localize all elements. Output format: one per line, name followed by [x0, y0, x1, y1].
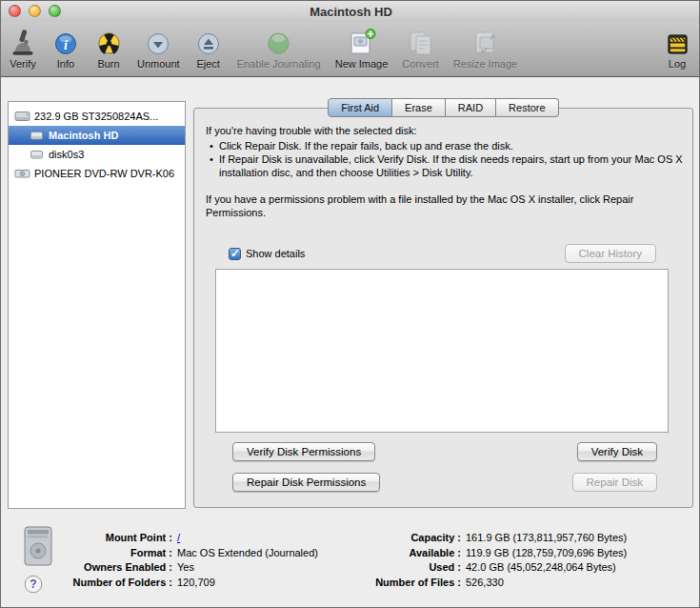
convert-icon: [407, 25, 435, 56]
show-details-label: Show details: [246, 247, 305, 260]
tab-erase[interactable]: Erase: [392, 98, 446, 117]
toolbar: VerifyiInfoBurnUnmountEjectEnable Journa…: [1, 22, 700, 77]
permissions-note: If you have a permissions problem with a…: [206, 193, 687, 219]
toolbar-unmount[interactable]: Unmount: [137, 25, 180, 70]
instruction-list: Click Repair Disk. If the repair fails, …: [206, 139, 687, 179]
info-value: 161.9 GB (173,811,957,760 Bytes): [466, 531, 627, 546]
tab-first-aid[interactable]: First Aid: [328, 98, 392, 117]
intro-text: If you're having trouble with the select…: [206, 124, 677, 137]
toolbar-item-label: Info: [57, 58, 74, 70]
help-button[interactable]: ?: [24, 575, 43, 594]
toolbar-item-label: Enable Journaling: [237, 58, 321, 70]
info-value: 526,330: [466, 576, 504, 591]
toolbar-eject[interactable]: Eject: [194, 25, 223, 70]
verify-disk-button[interactable]: Verify Disk: [577, 442, 657, 461]
toolbar-item-label: Unmount: [137, 58, 180, 70]
log-icon: [666, 25, 690, 56]
toolbar-new-image[interactable]: New Image: [335, 25, 389, 70]
tab-bar: First AidEraseRAIDRestore: [193, 98, 693, 117]
info-row-number-of-files: Number of Files :526,330: [304, 576, 627, 591]
info-label: Used :: [304, 560, 461, 576]
toolbar-burn[interactable]: Burn: [94, 25, 123, 70]
journaling-icon: [266, 25, 291, 56]
toolbar-item-label: Burn: [97, 58, 119, 70]
verify-button-row: Verify Disk Permissions Verify Disk: [232, 442, 657, 461]
verify-disk-permissions-button[interactable]: Verify Disk Permissions: [232, 442, 375, 461]
info-column-right: Capacity :161.9 GB (173,811,957,760 Byte…: [304, 531, 627, 590]
burn-icon: [96, 25, 122, 56]
toolbar-log[interactable]: Log: [663, 25, 691, 70]
info-value: Mac OS Extended (Journaled): [177, 546, 318, 561]
toolbar-info[interactable]: iInfo: [51, 25, 80, 70]
repair-disk-permissions-button[interactable]: Repair Disk Permissions: [232, 473, 380, 492]
info-column-left: Mount Point :/Format :Mac OS Extended (J…: [50, 531, 318, 590]
first-aid-pane: If you're having trouble with the select…: [193, 108, 693, 508]
sidebar-item-label: disk0s3: [49, 149, 84, 160]
resize-image-icon: [471, 25, 500, 56]
sidebar-item-232-9-gb-st3250824as[interactable]: 232.9 GB ST3250824AS...: [9, 107, 185, 126]
info-row-capacity: Capacity :161.9 GB (173,811,957,760 Byte…: [304, 531, 627, 546]
info-row-used: Used :42.0 GB (45,052,248,064 Bytes): [304, 560, 627, 576]
microscope-icon: [10, 25, 36, 56]
info-value[interactable]: /: [177, 531, 180, 546]
sidebar-item-label: Macintosh HD: [49, 130, 118, 141]
device-sidebar: 232.9 GB ST3250824AS...Macintosh HDdisk0…: [8, 101, 186, 509]
info-value: Yes: [177, 560, 194, 576]
sidebar-item-disk0s3[interactable]: disk0s3: [9, 145, 185, 164]
sidebar-item-label: 232.9 GB ST3250824AS...: [34, 111, 158, 122]
show-details-checkbox[interactable]: [229, 248, 241, 260]
optical-drive-icon: [14, 166, 30, 181]
new-image-icon: [348, 25, 376, 56]
unmount-icon: [146, 25, 170, 56]
info-value: 120,709: [177, 576, 215, 591]
info-row-mount-point: Mount Point :/: [50, 531, 318, 546]
info-label: Mount Point :: [50, 531, 172, 546]
sidebar-item-macintosh-hd[interactable]: Macintosh HD: [9, 126, 185, 145]
info-label: Capacity :: [304, 531, 461, 546]
repair-disk-button[interactable]: Repair Disk: [572, 473, 657, 492]
toolbar-item-label: Convert: [402, 58, 439, 70]
eject-icon: [196, 25, 221, 56]
sidebar-item-pioneer-dvd-rw-dvr-k06[interactable]: PIONEER DVD-RW DVR-K06: [9, 164, 185, 183]
toolbar-item-label: Eject: [196, 58, 219, 70]
disk-icon: [14, 109, 30, 124]
instruction-bullet: If Repair Disk is unavailable, click Ver…: [206, 152, 687, 179]
info-row-available: Available :119.9 GB (128,759,709,696 Byt…: [304, 546, 627, 561]
window-title: Macintosh HD: [1, 5, 700, 19]
info-label: Owners Enabled :: [50, 560, 172, 576]
svg-text:?: ?: [30, 578, 36, 591]
clear-history-button[interactable]: Clear History: [565, 244, 656, 263]
disk-utility-window: { "window": { "title": "Macintosh HD" },…: [0, 0, 700, 608]
info-value: 42.0 GB (45,052,248,064 Bytes): [466, 560, 616, 576]
sidebar-item-label: PIONEER DVD-RW DVR-K06: [34, 168, 174, 179]
tab-raid[interactable]: RAID: [446, 98, 496, 117]
info-row-owners-enabled: Owners Enabled :Yes: [50, 560, 318, 576]
info-value: 119.9 GB (128,759,709,696 Bytes): [466, 546, 627, 561]
toolbar-enable-journaling: Enable Journaling: [237, 25, 321, 70]
info-label: Number of Folders :: [50, 576, 172, 591]
toolbar-item-label: New Image: [335, 58, 389, 70]
toolbar-item-label: Resize Image: [453, 58, 517, 70]
volume-icon: [29, 128, 45, 143]
volume-icon: [29, 147, 45, 162]
info-row-format: Format :Mac OS Extended (Journaled): [50, 546, 318, 561]
toolbar-convert: Convert: [402, 25, 439, 70]
repair-button-row: Repair Disk Permissions Repair Disk: [232, 473, 657, 492]
info-label: Number of Files :: [304, 576, 461, 591]
tab-restore[interactable]: Restore: [496, 98, 559, 117]
title-bar: Macintosh HD: [1, 1, 700, 22]
info-row-number-of-folders: Number of Folders :120,709: [50, 576, 318, 591]
first-aid-content: If you're having trouble with the select…: [194, 109, 692, 492]
toolbar-verify[interactable]: Verify: [9, 25, 37, 70]
details-row: Show details Clear History: [229, 244, 656, 263]
info-label: Available :: [304, 546, 461, 561]
first-aid-output-area[interactable]: [215, 269, 669, 433]
toolbar-resize-image: Resize Image: [453, 25, 517, 70]
instruction-bullet: Click Repair Disk. If the repair fails, …: [206, 139, 687, 152]
toolbar-item-label: Log: [669, 58, 686, 70]
toolbar-item-label: Verify: [10, 58, 36, 70]
info-icon: i: [53, 25, 78, 56]
svg-text:i: i: [64, 38, 68, 52]
info-label: Format :: [50, 546, 172, 561]
